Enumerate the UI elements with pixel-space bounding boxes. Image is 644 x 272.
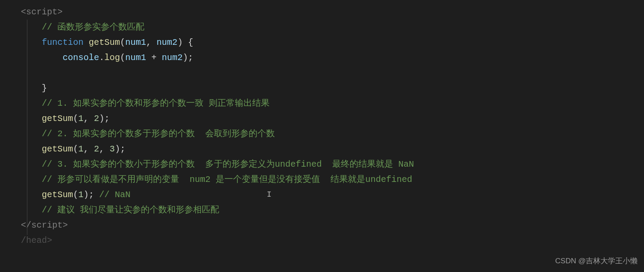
script-close-tag: </script> [21,220,68,230]
function-call: getSum [42,190,73,200]
paren: ) [99,114,104,124]
brace: } [42,83,47,93]
text-cursor-icon: I [130,188,271,202]
brace: { [188,37,193,47]
indent-guide [27,20,27,235]
log-method: log [104,53,120,63]
comma: , [83,114,94,124]
paren: ) [115,144,120,154]
comment-inline: // NaN [99,190,130,200]
comment-line: // 3. 如果实参的个数小于形参的个数 多于的形参定义为undefined 最… [42,159,414,169]
head-close-tag: /head> [21,235,52,245]
operator: + [146,53,162,63]
paren: ( [73,144,78,154]
comma: , [99,144,110,154]
paren: ( [120,37,125,47]
param: num1 [125,37,146,47]
script-open-tag: <script> [21,7,63,17]
variable: num1 [125,53,146,63]
number-literal: 2 [94,114,99,124]
paren: ( [73,190,78,200]
comment-line: // 2. 如果实参的个数多于形参的个数 会取到形参的个数 [42,129,275,139]
number-literal: 1 [78,114,83,124]
semicolon: ; [120,144,125,154]
comment-line: // 函数形参实参个数匹配 [42,22,144,32]
code-editor[interactable]: <script> // 函数形参实参个数匹配 function getSum(n… [0,4,644,248]
number-literal: 1 [78,190,83,200]
comma: , [146,37,157,47]
comment-line: // 建议 我们尽量让实参的个数和形参相匹配 [42,205,219,215]
number-literal: 2 [94,144,99,154]
number-literal: 3 [110,144,115,154]
paren: ) [177,37,183,47]
semicolon: ; [89,190,94,200]
paren: ) [83,190,89,200]
function-call: getSum [42,144,73,154]
semicolon: ; [104,114,110,124]
comment-line: // 形参可以看做是不用声明的变量 num2 是一个变量但是没有接受值 结果就是… [42,175,412,185]
comment-line: // 1. 如果实参的个数和形参的个数一致 则正常输出结果 [42,98,270,108]
paren: ( [120,53,125,63]
comma: , [83,144,94,154]
function-name: getSum [89,37,120,47]
watermark-text: CSDN @吉林大学王小懒 [555,255,637,268]
number-literal: 1 [78,144,83,154]
paren: ) [183,53,188,63]
dot: . [99,53,104,63]
paren: ( [73,114,78,124]
semicolon: ; [188,53,193,63]
param: num2 [157,37,177,47]
function-keyword: function [42,37,83,47]
function-call: getSum [42,114,73,124]
console-object: console [63,53,99,63]
variable: num2 [162,53,183,63]
